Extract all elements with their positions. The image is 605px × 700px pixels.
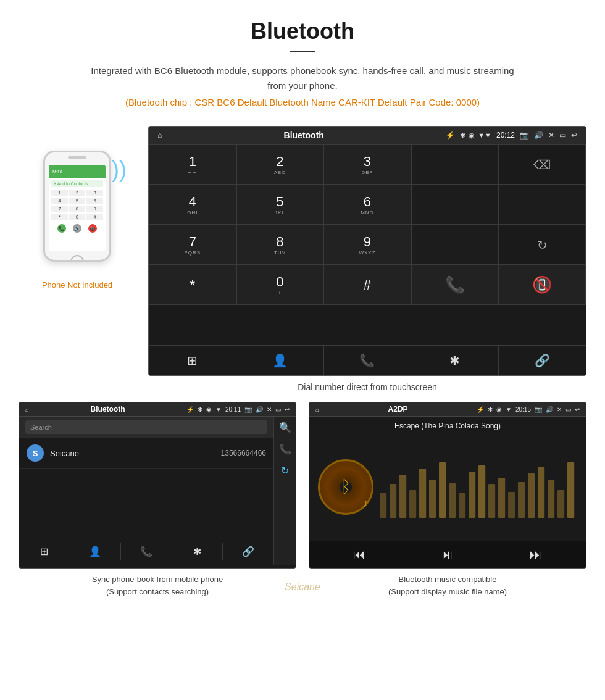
pb-camera-icon[interactable]: 📷 [244, 406, 252, 413]
phone-key-8[interactable]: 8 [69, 206, 86, 212]
phone-speaker-button[interactable]: 🔊 [73, 224, 81, 233]
calls-button[interactable]: 📞 [324, 346, 412, 375]
svg-rect-11 [488, 484, 495, 518]
link-button[interactable]: 🔗 [499, 346, 586, 375]
main-screen-section: ⌂ Bluetooth ⚡ ✱ ◉ ▼▼ 20:12 📷 🔊 ✕ ▭ ↩ [148, 126, 586, 402]
phonebook-statusbar: ⌂ Bluetooth ⚡ ✱ ◉ ▼ 20:11 📷 🔊 ✕ ▭ ↩ [19, 402, 296, 417]
volume-icon[interactable]: 🔊 [534, 131, 543, 140]
svg-rect-14 [518, 482, 525, 518]
header-specs: (Bluetooth chip : CSR BC6 Default Blueto… [12, 97, 593, 107]
dial-key-6[interactable]: 6MNO [323, 185, 411, 225]
pb-bluetooth-button[interactable]: ✱ [172, 543, 223, 560]
music-vol-icon[interactable]: 🔊 [546, 406, 553, 413]
music-usb-icon: ⚡ [477, 406, 484, 413]
phone-key-9[interactable]: 9 [86, 206, 103, 212]
dial-end-button[interactable]: 📵 [498, 265, 586, 305]
pb-close-icon[interactable]: ✕ [267, 406, 272, 413]
dial-redial-button[interactable]: ↻ [498, 225, 586, 265]
home-icon[interactable]: ⌂ [157, 131, 162, 140]
phone-key-star[interactable]: * [51, 214, 68, 220]
pb-home-icon[interactable]: ⌂ [25, 406, 29, 413]
phone-end-button[interactable]: 📵 [88, 224, 97, 233]
dial-key-1[interactable]: 1∽∽ [149, 144, 236, 185]
pb-screen-icon[interactable]: ▭ [275, 406, 281, 413]
phonebook-caption: Sync phone-book from mobile phone (Suppo… [19, 569, 296, 600]
pb-back-icon[interactable]: ↩ [285, 406, 290, 413]
dial-call-button[interactable]: 📞 [411, 265, 499, 305]
phonebook-caption-line2: (Support contacts searching) [19, 586, 296, 598]
camera-icon[interactable]: 📷 [520, 131, 529, 140]
call-sidebar-icon[interactable]: 📞 [279, 443, 291, 455]
phone-key-0[interactable]: 0 [69, 214, 86, 220]
phone-key-4[interactable]: 4 [51, 198, 68, 204]
dial-display-area [411, 144, 499, 185]
svg-rect-0 [380, 493, 386, 518]
dial-key-2[interactable]: 2ABC [236, 144, 324, 185]
music-caption-line1: Bluetooth music compatible [309, 573, 586, 586]
pb-contacts-button[interactable]: 👤 [70, 543, 122, 560]
play-pause-button[interactable]: ⏯ [441, 548, 454, 562]
music-caption-line2: (Support display music file name) [309, 586, 586, 598]
phone-key-6[interactable]: 6 [86, 198, 103, 204]
prev-track-button[interactable]: ⏮ [353, 548, 365, 562]
phone-key-7[interactable]: 7 [51, 206, 68, 212]
dial-empty-2 [498, 185, 586, 225]
back-icon[interactable]: ↩ [571, 131, 577, 140]
pb-dialpad-button[interactable]: ⊞ [19, 543, 70, 560]
svg-rect-17 [548, 480, 554, 518]
phone-call-button[interactable]: 📞 [57, 224, 66, 233]
search-bar[interactable]: Search [25, 420, 267, 434]
phone-key-2[interactable]: 2 [69, 190, 86, 196]
pb-link-button[interactable]: 🔗 [223, 543, 273, 560]
music-close-icon[interactable]: ✕ [557, 406, 562, 413]
dial-key-star[interactable]: * [149, 265, 236, 305]
music-screen-container: ⌂ A2DP ⚡ ✱ ◉ ▼ 20:15 📷 🔊 ✕ ▭ ↩ Escape (T… [309, 402, 586, 600]
music-back-icon[interactable]: ↩ [575, 406, 580, 413]
svg-rect-15 [528, 473, 535, 518]
refresh-sidebar-icon[interactable]: ↻ [281, 465, 289, 477]
search-icon[interactable]: 🔍 [279, 422, 291, 433]
next-track-button[interactable]: ⏭ [530, 548, 542, 562]
phone-dialpad: 1 2 3 4 5 6 7 8 9 * 0 # [51, 190, 103, 220]
dial-key-3[interactable]: 3DEF [323, 144, 411, 185]
dial-key-0[interactable]: 0+ [236, 265, 324, 305]
dial-key-5[interactable]: 5JKL [236, 185, 324, 225]
main-screen-title: Bluetooth [167, 130, 441, 140]
phone-key-5[interactable]: 5 [69, 198, 86, 204]
phonebook-title: Bluetooth [33, 405, 183, 414]
music-home-icon[interactable]: ⌂ [315, 406, 319, 413]
pb-vol-icon[interactable]: 🔊 [256, 406, 263, 413]
phone-key-1[interactable]: 1 [51, 190, 68, 196]
phone-screen-content: + Add to Contacts 1 2 3 4 5 6 7 8 9 [49, 178, 106, 237]
svg-rect-18 [557, 490, 564, 518]
phone-screen-bar: M:10 [49, 165, 106, 178]
music-screen: ⌂ A2DP ⚡ ✱ ◉ ▼ 20:15 📷 🔊 ✕ ▭ ↩ Escape (T… [309, 402, 586, 569]
music-body: Escape (The Pina Colada Song) ᛒ ♪ [309, 417, 586, 568]
pb-loc-icon: ◉ [206, 406, 212, 413]
close-icon[interactable]: ✕ [548, 131, 554, 140]
dial-key-9[interactable]: 9WXYZ [323, 225, 411, 265]
phonebook-entry-seicane[interactable]: S Seicane 13566664466 [19, 438, 273, 469]
contacts-button[interactable]: 👤 [236, 346, 324, 375]
dial-key-8[interactable]: 8TUV [236, 225, 324, 265]
dialpad-button[interactable]: ⊞ [149, 346, 236, 375]
phone-home-button[interactable] [70, 255, 84, 262]
pb-calls-button[interactable]: 📞 [121, 543, 172, 560]
dial-key-hash[interactable]: # [323, 265, 411, 305]
dialpad-grid: 1∽∽ 2ABC 3DEF ⌫ 4GHI 5JKL [149, 144, 586, 345]
phone-key-hash[interactable]: # [86, 214, 103, 220]
statusbar-icons: ✱ ◉ ▼▼ [460, 131, 491, 140]
music-bt-icon: ✱ [488, 406, 493, 413]
dial-key-7[interactable]: 7PQRS [149, 225, 236, 265]
dial-backspace-button[interactable]: ⌫ [498, 144, 586, 185]
phone-speaker [68, 156, 86, 159]
phonebook-screen: ⌂ Bluetooth ⚡ ✱ ◉ ▼ 20:11 📷 🔊 ✕ ▭ ↩ [19, 402, 296, 569]
music-loc-icon: ◉ [496, 406, 502, 413]
music-screen-icon[interactable]: ▭ [565, 406, 571, 413]
music-camera-icon[interactable]: 📷 [535, 406, 542, 413]
screen-icon[interactable]: ▭ [559, 131, 566, 140]
bluetooth-button[interactable]: ✱ [411, 346, 499, 375]
dial-key-4[interactable]: 4GHI [149, 185, 236, 225]
main-statusbar: ⌂ Bluetooth ⚡ ✱ ◉ ▼▼ 20:12 📷 🔊 ✕ ▭ ↩ [149, 127, 586, 144]
phone-key-3[interactable]: 3 [86, 190, 103, 196]
